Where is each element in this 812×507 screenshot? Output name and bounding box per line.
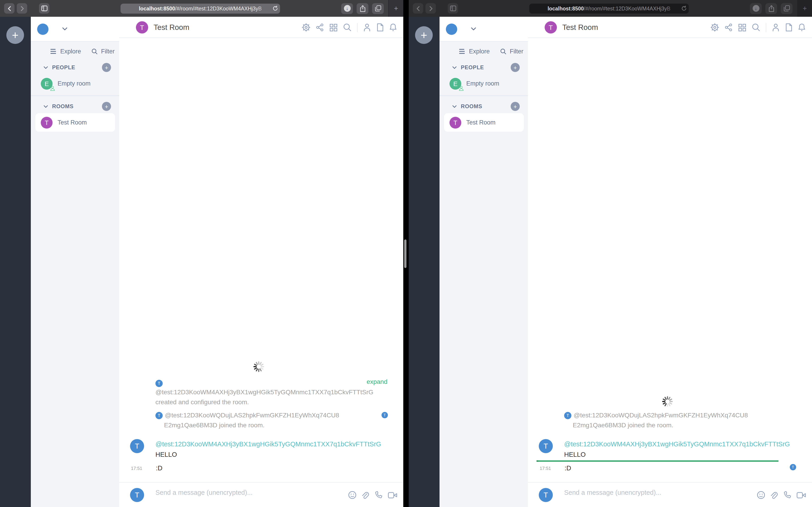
sidebar-toggle-button[interactable] (39, 3, 49, 13)
message-timestamp: 17:51 (130, 466, 142, 471)
files-icon[interactable] (785, 23, 793, 32)
expand-link[interactable]: expand (367, 378, 388, 385)
reload-button[interactable] (681, 5, 687, 11)
sidebar-toggle-button[interactable] (448, 3, 458, 13)
notifications-bell-icon[interactable] (389, 23, 397, 32)
explore-icon[interactable] (459, 48, 465, 54)
avatar[interactable] (446, 23, 457, 35)
avatar[interactable]: T (155, 412, 163, 419)
read-receipt-avatar[interactable]: T (790, 464, 796, 470)
downloads-button[interactable]: ↓ (750, 3, 762, 14)
add-room-button[interactable]: + (102, 102, 111, 111)
downloads-button[interactable]: ↓ (341, 3, 353, 14)
share-room-icon[interactable] (316, 23, 324, 32)
chevron-right-icon (21, 6, 23, 10)
explore-button[interactable]: Explore (60, 48, 85, 55)
forward-button[interactable] (17, 3, 27, 13)
settings-gear-icon[interactable] (711, 23, 719, 32)
filter-input[interactable]: Filter (101, 48, 116, 55)
plus-icon: + (420, 30, 427, 41)
user-menu[interactable] (440, 17, 528, 42)
divider (766, 23, 766, 32)
sidebar-toggle-icon (41, 5, 47, 11)
join-event-line2: E2mg1Qae6BM3D joined the room. (573, 421, 673, 429)
people-section-header[interactable]: PEOPLE + (440, 61, 528, 74)
join-event-line1: @test:12D3KooWQDujLAS2hpkFwmGKFZH1EyWhXq… (165, 411, 339, 419)
members-person-icon[interactable] (363, 23, 371, 32)
settings-gear-icon[interactable] (302, 23, 310, 32)
list-item-empty-room[interactable]: E Empty room (440, 74, 528, 93)
message-input[interactable] (564, 489, 714, 496)
message-sender-id[interactable]: @test:12D3KooWM4AXHj3yBX1wgHGik5TyGQMnmc… (155, 441, 381, 448)
room-avatar[interactable]: T (545, 21, 557, 33)
room-view: T Test Room (119, 17, 403, 507)
chevron-left-icon (417, 6, 419, 10)
create-space-button[interactable]: + (6, 26, 24, 44)
filter-input[interactable]: Filter (510, 48, 525, 55)
explore-button[interactable]: Explore (469, 48, 494, 55)
chevron-right-icon (430, 6, 432, 10)
join-event-line1: @test:12D3KooWQDujLAS2hpkFwmGKFZH1EyWhXq… (574, 411, 748, 419)
scrollbar-thumb[interactable] (404, 239, 406, 268)
room-avatar[interactable]: T (136, 21, 148, 33)
user-menu[interactable] (31, 17, 119, 42)
avatar[interactable] (37, 23, 48, 35)
room-list-panel: Explore Filter PEOPLE + E (440, 17, 528, 507)
people-section-header[interactable]: PEOPLE + (31, 61, 119, 74)
video-call-camera-icon[interactable] (797, 491, 806, 499)
divider (440, 96, 528, 96)
spaces-bar: + (409, 17, 440, 507)
rooms-section-header[interactable]: ROOMS + (440, 100, 528, 113)
list-item-test-room[interactable]: T Test Room (444, 113, 524, 132)
creation-event-avatar[interactable]: T (155, 379, 163, 387)
url-host: localhost:8500 (139, 6, 175, 11)
share-button[interactable] (765, 3, 777, 14)
message-input[interactable] (155, 489, 305, 496)
add-people-button[interactable]: + (102, 63, 111, 72)
new-tab-button[interactable]: + (797, 0, 812, 17)
video-call-camera-icon[interactable] (388, 491, 397, 499)
share-button[interactable] (357, 3, 368, 14)
voice-call-phone-icon[interactable] (783, 491, 792, 499)
files-icon[interactable] (376, 23, 384, 32)
emoji-icon[interactable] (757, 491, 765, 499)
rooms-section-header[interactable]: ROOMS + (31, 100, 119, 113)
url-bar[interactable]: localhost:8500/#/room/#test:12D3KooWM4AX… (529, 4, 689, 13)
message-sender-avatar[interactable]: T (130, 439, 144, 453)
message-sender-avatar[interactable]: T (539, 439, 553, 453)
notifications-bell-icon[interactable] (798, 23, 806, 32)
forward-button[interactable] (425, 3, 436, 13)
list-item-empty-room[interactable]: E Empty room (31, 74, 119, 93)
create-space-button[interactable]: + (415, 26, 433, 44)
tab-overview-button[interactable] (781, 3, 793, 14)
message-sender-id[interactable]: @test:12D3KooWM4AXHj3yBX1wgHGik5TyGQMnmc… (564, 441, 790, 448)
explore-icon[interactable] (50, 48, 57, 54)
apps-grid-icon[interactable] (738, 23, 746, 32)
room-header: T Test Room (528, 17, 812, 38)
members-person-icon[interactable] (772, 23, 780, 32)
chevron-left-icon (8, 6, 10, 10)
url-bar[interactable]: localhost:8500/#/room/#test:12D3KooWM4AX… (120, 4, 280, 13)
share-room-icon[interactable] (724, 23, 733, 32)
message-text: :D (565, 464, 571, 472)
add-room-button[interactable]: + (511, 102, 520, 111)
search-icon[interactable] (752, 23, 760, 32)
read-receipt-avatar[interactable]: T (382, 412, 388, 418)
message-text: :D (156, 464, 162, 472)
apps-grid-icon[interactable] (329, 23, 338, 32)
avatar[interactable]: T (564, 412, 571, 419)
search-icon[interactable] (343, 23, 352, 32)
tab-overview-button[interactable] (372, 3, 384, 14)
list-item-test-room[interactable]: T Test Room (35, 113, 115, 132)
reload-button[interactable] (272, 5, 278, 11)
avatar: T (130, 488, 144, 502)
add-people-button[interactable]: + (511, 63, 520, 72)
voice-call-phone-icon[interactable] (374, 491, 383, 499)
message-composer: T (528, 482, 812, 507)
back-button[interactable] (413, 3, 423, 13)
attachment-paperclip-icon[interactable] (362, 491, 369, 499)
emoji-icon[interactable] (348, 491, 357, 499)
new-tab-button[interactable]: + (388, 0, 403, 17)
back-button[interactable] (4, 3, 14, 13)
attachment-paperclip-icon[interactable] (770, 491, 778, 499)
